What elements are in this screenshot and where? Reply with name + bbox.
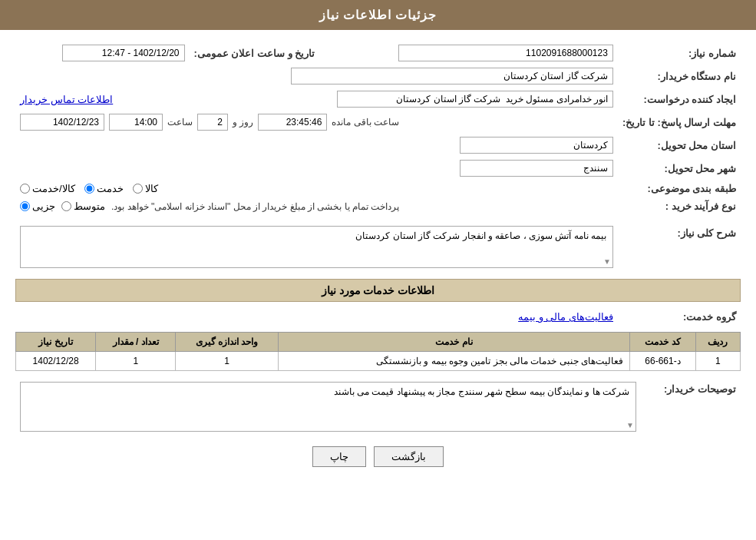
- cell-service-name: فعالیت‌های جنبی خدمات مالی بجز تامین وجو…: [278, 352, 629, 371]
- need-description-text: بیمه نامه آتش سوزی ، صاعقه و انفجار شرکت…: [355, 230, 606, 241]
- col-header-date: تاریخ نیاز: [16, 333, 96, 352]
- col-header-code: کد خدمت: [630, 333, 696, 352]
- buyer-contact-link[interactable]: اطلاعات تماس خریدار: [20, 94, 113, 105]
- need-number-input[interactable]: [398, 45, 613, 61]
- page-title: جزئیات اطلاعات نیاز: [0, 0, 756, 30]
- back-button[interactable]: بازگشت: [374, 446, 444, 467]
- purchase-note: پرداخت تمام یا بخشی از مبلغ خریدار از مح…: [111, 201, 399, 212]
- time-label: ساعت: [167, 117, 193, 128]
- service-group-label: گروه خدمت:: [618, 308, 741, 326]
- city-label: شهر محل تحویل:: [618, 157, 741, 180]
- creator-label: ایجاد کننده درخواست:: [618, 88, 741, 111]
- category-khedmat-radio[interactable]: [84, 184, 94, 194]
- col-header-row: ردیف: [695, 333, 740, 352]
- purchase-medium-radio[interactable]: [61, 201, 71, 211]
- time-input[interactable]: [109, 114, 163, 131]
- buyer-org-input[interactable]: [291, 68, 613, 84]
- announce-date-label: تاریخ و ساعت اعلان عمومی:: [190, 41, 323, 65]
- col-header-unit: واحد اندازه گیری: [176, 333, 278, 352]
- cell-unit: 1: [176, 352, 278, 371]
- category-kala-khedmat-radio[interactable]: [20, 184, 30, 194]
- category-kala-label: کالا: [145, 183, 158, 194]
- print-button[interactable]: چاپ: [312, 446, 366, 467]
- services-section-header: اطلاعات خدمات مورد نیاز: [15, 279, 741, 302]
- need-description-label: شرح کلی نیاز:: [618, 223, 741, 271]
- announce-date-input[interactable]: [62, 45, 185, 61]
- cell-row-number: 1: [695, 352, 740, 371]
- need-number-label: شماره نیاز:: [618, 41, 741, 65]
- cell-service-code: د-661-66: [630, 352, 696, 371]
- province-input[interactable]: [460, 137, 613, 154]
- category-label: طبقه بندی موضوعی:: [618, 180, 741, 197]
- purchase-partial-radio[interactable]: [20, 201, 30, 211]
- days-label: روز و: [233, 117, 253, 128]
- cell-date: 1402/12/28: [16, 352, 96, 371]
- category-kala-khedmat-label: کالا/خدمت: [32, 183, 75, 194]
- reply-date-input[interactable]: [20, 114, 104, 131]
- col-header-qty: تعداد / مقدار: [96, 333, 176, 352]
- purchase-type-label: نوع فرآیند خرید :: [618, 197, 741, 215]
- remaining-time-input[interactable]: [258, 114, 327, 131]
- creator-input[interactable]: [337, 91, 613, 108]
- buyer-notes-label: توصیحات خریدار:: [641, 379, 741, 435]
- buyer-notes-text: شرکت ها و نمایندگان بیمه سطح شهر سنندج م…: [334, 386, 629, 397]
- city-input[interactable]: [460, 160, 613, 177]
- days-input[interactable]: [197, 114, 228, 131]
- service-group-link[interactable]: فعالیت‌های مالی و بیمه: [518, 311, 613, 323]
- buyer-org-label: نام دستگاه خریدار:: [618, 65, 741, 88]
- purchase-partial-label: جزیی: [32, 200, 55, 212]
- reply-deadline-label: مهلت ارسال پاسخ: تا تاریخ:: [618, 111, 741, 134]
- table-row: 1 د-661-66 فعالیت‌های جنبی خدمات مالی بج…: [16, 352, 741, 371]
- province-label: استان محل تحویل:: [618, 134, 741, 157]
- purchase-medium-label: متوسط: [74, 200, 105, 212]
- remaining-time-label: ساعت باقی مانده: [332, 117, 399, 128]
- col-header-name: نام خدمت: [278, 333, 629, 352]
- cell-quantity: 1: [96, 352, 176, 371]
- category-khedmat-label: خدمت: [97, 183, 124, 194]
- category-kala-radio[interactable]: [133, 184, 143, 194]
